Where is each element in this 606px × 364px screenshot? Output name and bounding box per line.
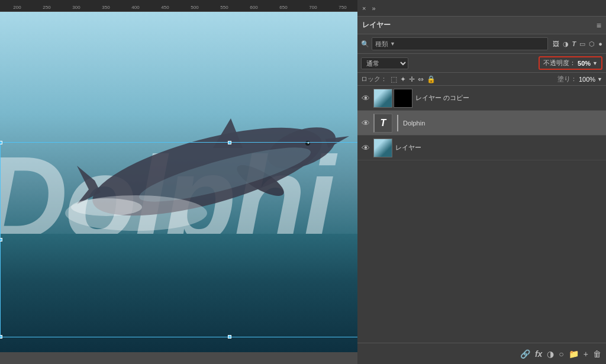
search-box[interactable]: 種類 ▼ [372,37,548,50]
selection-handle-tl[interactable] [0,141,2,144]
fx-icon[interactable]: fx [535,349,542,359]
panel-close-icon[interactable]: × [362,5,366,12]
panel-expand-icon[interactable]: » [372,5,375,12]
ruler-mark: 200 [2,5,32,11]
lock-all-icon[interactable]: 🔒 [427,75,436,83]
opacity-label: 不透明度： [543,59,576,67]
filter-image-icon[interactable]: 🖼 [553,40,559,47]
layer-name: Dolphin [403,120,602,127]
layer-thumbnail [373,89,392,108]
panel-menu-button[interactable]: ≡ [597,21,601,30]
ruler-mark: 550 [209,5,239,11]
ruler-mark: 500 [180,5,209,11]
panel-titlebar: レイヤー ≡ [357,17,606,34]
fill-dropdown-arrow[interactable]: ▼ [597,76,602,82]
layer-text-thumbnail: T [373,114,392,133]
ruler-marks: 200 250 300 350 400 450 500 550 600 650 … [0,0,387,11]
search-icon: 🔍 [361,40,369,48]
search-dropdown-arrow[interactable]: ▼ [390,41,395,47]
ruler-mark: 350 [91,5,121,11]
new-group-icon[interactable]: 📁 [569,349,579,359]
ruler-mark: 250 [32,5,62,11]
delete-layer-icon[interactable]: 🗑 [593,349,601,359]
filter-adjust-icon[interactable]: ◑ [563,40,569,48]
layer-item[interactable]: 👁 レイヤー のコピー [357,86,606,111]
filter-shape-icon[interactable]: ▭ [579,40,585,48]
lock-icons: ⬚ ✦ ✛ ⇔ 🔒 [391,75,436,83]
search-type-label: 種類 [375,40,388,49]
layers-panel: レイヤー ≡ 🔍 種類 ▼ 🖼 ◑ T ▭ ⬡ ● 通常 乗算 [357,17,606,364]
layer-visibility-toggle[interactable]: 👁 [361,94,370,103]
lock-pixels-icon[interactable]: ⬚ [391,75,397,83]
add-adjustment-icon[interactable]: ◑ [547,349,554,359]
layer-mask-thumbnail [394,89,412,108]
layer-visibility-toggle[interactable]: 👁 [361,118,370,128]
blend-mode-select[interactable]: 通常 乗算 スクリーン [361,57,408,69]
layer-item[interactable]: 👁 レイヤー [357,136,606,160]
layer-visibility-toggle[interactable]: 👁 [361,143,370,153]
panels-area: × » レイヤー ≡ 🔍 種類 ▼ 🖼 ◑ T ▭ ⬡ ● [357,0,606,364]
layer-item[interactable]: 👁 T Dolphin [357,111,606,136]
ruler-mark: 600 [239,5,269,11]
svg-point-8 [308,142,310,144]
fill-label: 塗り： [557,75,577,83]
layer-name: レイヤー [395,143,602,152]
ruler-mark: 300 [62,5,91,11]
panel-top-bar: × » [357,0,606,17]
lock-row: ロック： ⬚ ✦ ✛ ⇔ 🔒 塗り： 100% ▼ [357,73,606,86]
layer-name: レイヤー のコピー [415,94,602,102]
opacity-dropdown-arrow[interactable]: ▼ [592,60,598,66]
layer-thumb-image [374,89,392,107]
link-layers-icon[interactable]: 🔗 [520,349,530,359]
fill-group: 塗り： 100% ▼ [557,75,602,83]
search-row: 🔍 種類 ▼ 🖼 ◑ T ▭ ⬡ ● [357,34,606,54]
ruler-mark: 750 [328,5,357,11]
opacity-value[interactable]: 50% [578,60,591,67]
panel-bottom-bar: 🔗 fx ◑ ○ 📁 + 🗑 [357,343,606,364]
fill-value[interactable]: 100% [579,76,595,83]
panel-title: レイヤー [362,20,391,30]
blend-opacity-row: 通常 乗算 スクリーン 不透明度： 50% ▼ [357,54,606,73]
layer-list: 👁 レイヤー のコピー 👁 T Dolphin 👁 [357,86,606,160]
text-layer-indicator [397,115,398,131]
add-mask-icon[interactable]: ○ [559,349,563,359]
lock-move-icon[interactable]: ✛ [409,75,415,83]
layer-thumb-image [374,139,392,157]
ruler-mark: 450 [150,5,180,11]
lock-artboard-icon[interactable]: ⇔ [418,75,424,83]
ruler-mark: 650 [269,5,298,11]
layer-thumbnail [373,138,392,157]
lock-label: ロック： [361,75,387,83]
opacity-group: 不透明度： 50% ▼ [539,56,602,70]
lock-position-icon[interactable]: ✦ [400,75,406,83]
filter-text-icon[interactable]: T [572,40,576,47]
ruler-mark: 400 [121,5,150,11]
svg-point-10 [71,198,142,216]
panel-filter-icons: 🖼 ◑ T ▭ ⬡ ● [553,40,602,48]
filter-smart-icon[interactable]: ⬡ [589,40,595,48]
dolphin-image [59,89,355,243]
ruler-mark: 700 [298,5,328,11]
new-layer-icon[interactable]: + [584,349,588,359]
filter-dot-icon[interactable]: ● [598,40,602,47]
layer-thumbs [373,89,412,108]
